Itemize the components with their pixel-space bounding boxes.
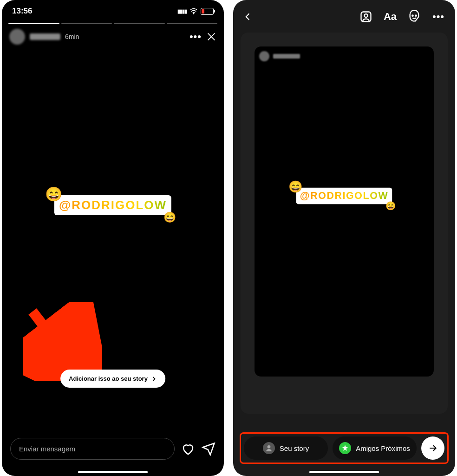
send-to-button[interactable] <box>421 436 444 460</box>
your-story-label: Seu story <box>280 444 309 452</box>
story-timestamp: 6min <box>65 33 79 40</box>
story-header: 6min ••• <box>5 27 221 46</box>
svg-point-0 <box>193 13 194 14</box>
signal-icon: ▮▮▮▮ <box>177 8 187 14</box>
message-placeholder: Enviar mensagem <box>19 445 75 453</box>
your-story-button[interactable]: Seu story <box>244 436 328 460</box>
add-to-story-label: Adicionar isso ao seu story <box>69 375 148 382</box>
mention-text: @RODRIGOLOW <box>296 188 392 204</box>
add-to-story-button[interactable]: Adicionar isso ao seu story <box>60 370 165 388</box>
story-content[interactable]: 6min ••• 😄 @RODRIGOLOW 😄 Adicionar isso … <box>5 19 221 432</box>
story-reply-row: Enviar mensagem <box>2 432 224 465</box>
your-story-avatar-icon <box>263 442 275 454</box>
close-friends-star-icon <box>339 442 351 454</box>
close-friends-label: Amigos Próximos <box>356 444 410 452</box>
battery-icon <box>201 8 214 15</box>
svg-point-4 <box>412 15 413 16</box>
emoji-icon: 😄 <box>163 212 176 224</box>
reposted-story-preview[interactable]: 😄 @RODRIGOLOW 😄 <box>255 46 434 377</box>
editor-toolbar: Aa ••• <box>233 0 455 29</box>
author-avatar[interactable] <box>9 29 25 45</box>
close-icon[interactable] <box>206 32 216 42</box>
status-icons: ▮▮▮▮ <box>177 8 214 15</box>
svg-line-1 <box>33 311 79 372</box>
home-indicator[interactable] <box>309 471 379 473</box>
emoji-icon: 😄 <box>385 201 396 211</box>
home-indicator[interactable] <box>78 471 148 473</box>
story-progress <box>5 19 221 27</box>
more-icon[interactable]: ••• <box>432 10 445 23</box>
message-input[interactable]: Enviar mensagem <box>10 438 175 460</box>
svg-point-6 <box>267 445 270 449</box>
chevron-right-icon <box>150 376 157 382</box>
more-icon[interactable]: ••• <box>189 34 202 39</box>
text-icon[interactable]: Aa <box>384 10 397 23</box>
story-viewer-screen: 13:56 ▮▮▮▮ 6min ••• 😄 @RO <box>2 0 224 476</box>
share-icon[interactable] <box>202 442 215 456</box>
share-destination-row: Seu story Amigos Próximos <box>240 432 449 464</box>
mention-sticker: 😄 @RODRIGOLOW 😄 <box>296 188 392 204</box>
svg-point-5 <box>415 15 416 16</box>
back-icon[interactable] <box>243 12 253 21</box>
author-avatar <box>259 51 269 61</box>
mention-sticker[interactable]: 😄 @RODRIGOLOW 😄 <box>54 195 171 215</box>
status-time: 13:56 <box>12 7 32 16</box>
arrow-right-icon <box>428 443 437 453</box>
author-username[interactable] <box>30 33 60 40</box>
close-friends-button[interactable]: Amigos Próximos <box>333 436 417 460</box>
author-username <box>273 54 300 59</box>
story-editor-screen: Aa ••• 😄 @RODRIGOLOW 😄 <box>233 0 455 476</box>
editor-canvas[interactable]: 😄 @RODRIGOLOW 😄 <box>241 33 448 414</box>
wifi-icon <box>189 8 198 14</box>
like-icon[interactable] <box>181 442 195 456</box>
mention-text: @RODRIGOLOW <box>54 195 171 215</box>
svg-point-3 <box>365 14 368 17</box>
sticker-icon[interactable] <box>408 10 421 23</box>
tag-people-icon[interactable] <box>359 10 372 23</box>
status-bar: 13:56 ▮▮▮▮ <box>2 0 224 19</box>
